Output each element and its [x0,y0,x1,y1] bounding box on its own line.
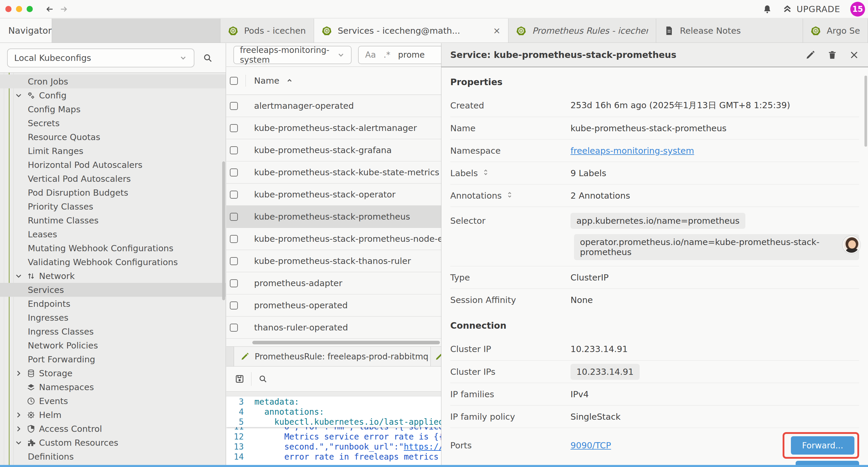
table-row-kube-prometheus-stack-prometheus-node-expor[interactable]: kube-prometheus-stack-prometheus-node-ex… [226,228,441,250]
close-icon[interactable] [849,50,859,60]
row-checkbox[interactable] [230,301,238,310]
notification-badge[interactable]: 15 [850,2,865,17]
namespace-select[interactable]: freeleaps-monitoring-system [234,46,351,64]
sidebar-item-validating-webhook-configurations[interactable]: Validating Webhook Configurations [0,255,226,269]
chevron-right-icon[interactable] [14,369,23,378]
chevron-down-icon[interactable] [14,91,23,100]
window-controls[interactable] [5,6,33,12]
table-row-kube-prometheus-stack-prometheus[interactable]: kube-prometheus-stack-prometheus [226,206,441,228]
close-tab-icon[interactable]: × [493,25,500,36]
sidebar-item-secrets[interactable]: Secrets [0,116,226,130]
sort-updown-icon[interactable] [482,168,490,178]
sort-updown-icon[interactable] [506,191,514,201]
sidebar-item-pod-disruption-budgets[interactable]: Pod Disruption Budgets [0,185,226,200]
sidebar-item-cron-jobs[interactable]: Cron Jobs [0,75,226,88]
table-row-kube-prometheus-stack-grafana[interactable]: kube-prometheus-stack-grafana [226,139,441,162]
table-row-thanos-ruler-operated[interactable]: thanos-ruler-operated [226,317,441,339]
tab-navigator[interactable]: Navigator [0,19,52,42]
row-checkbox[interactable] [230,324,238,332]
chevron-down-icon[interactable] [14,438,23,447]
sidebar-item-mutating-webhook-configurations[interactable]: Mutating Webhook Configurations [0,241,226,255]
editor-tab-prometheusrule[interactable]: PrometheusRule: freeleaps-prod-rabbitmq [234,347,431,366]
row-checkbox[interactable] [230,102,238,110]
row-checkbox[interactable] [230,169,238,176]
avatar[interactable] [843,236,860,254]
regex-toggle[interactable]: .* [383,50,390,60]
sidebar-item-network[interactable]: Network [0,269,226,283]
chevron-right-icon[interactable] [14,411,23,419]
name-column-header[interactable]: Name [254,76,279,86]
sidebar-item-priority-classes[interactable]: Priority Classes [0,200,226,213]
table-row-prometheus-adapter[interactable]: prometheus-adapter [226,272,441,294]
match-case-toggle[interactable]: Aa [365,50,376,60]
row-checkbox[interactable] [230,191,238,199]
table-row-alertmanager-operated[interactable]: alertmanager-operated [226,95,441,117]
sidebar-item-helm[interactable]: Helm [0,408,226,422]
sidebar-item-custom-resources[interactable]: Custom Resources [0,436,226,449]
sidebar-item-endpoints[interactable]: Endpoints [0,297,226,311]
tab-pods-icecheng-mathmas[interactable]: Pods - icecheng@mathmas... [220,19,314,42]
row-checkbox[interactable] [230,235,238,243]
sidebar-item-services[interactable]: Services [0,283,226,297]
sidebar-item-port-forwarding[interactable]: Port Forwarding [0,352,226,366]
chevron-down-icon[interactable] [14,272,23,281]
port-link-9090-tcp[interactable]: 9090/TCP [570,440,611,450]
code-link[interactable]: https://net [404,442,441,451]
search-icon[interactable] [203,53,213,63]
kubeconfig-select[interactable]: Local Kubeconfigs [7,49,194,67]
sidebar-item-ingresses[interactable]: Ingresses [0,311,226,324]
upgrade-button[interactable]: UPGRADE [782,4,840,14]
row-checkbox[interactable] [230,257,238,265]
sidebar-item-config-maps[interactable]: Config Maps [0,102,226,116]
sidebar-item-vertical-pod-autoscalers[interactable]: Vertical Pod Autoscalers [0,172,226,185]
tab-prometheus-rules-icecheng[interactable]: Prometheus Rules - icecheng... [508,19,656,42]
namespace-link[interactable]: freeleaps-monitoring-system [570,146,694,156]
sidebar-item-namespaces[interactable]: Namespaces [0,380,226,394]
detail-scrollbar[interactable] [864,76,867,147]
row-checkbox[interactable] [230,146,238,154]
row-checkbox[interactable] [230,213,238,221]
forward-button[interactable]: Forward... [791,436,855,455]
close-window-button[interactable] [5,6,11,12]
sidebar-item-runtime-classes[interactable]: Runtime Classes [0,213,226,227]
hscroll-thumb[interactable] [252,341,440,344]
table-row-kube-prometheus-stack-alertmanager[interactable]: kube-prometheus-stack-alertmanager [226,117,441,139]
table-row-kube-prometheus-stack-thanos-ruler[interactable]: kube-prometheus-stack-thanos-ruler [226,250,441,272]
edit-icon[interactable] [805,50,815,60]
save-icon[interactable] [235,374,245,384]
minimize-window-button[interactable] [16,6,22,12]
maximize-window-button[interactable] [27,6,33,12]
bell-icon[interactable] [762,4,772,14]
sidebar-item-horizontal-pod-autoscalers[interactable]: Horizontal Pod Autoscalers [0,158,226,172]
chevron-right-icon[interactable] [14,425,23,433]
sidebar-item-network-policies[interactable]: Network Policies [0,339,226,352]
sidebar-item-limit-ranges[interactable]: Limit Ranges [0,144,226,158]
forward-icon[interactable] [59,5,68,13]
delete-icon[interactable] [827,50,837,60]
table-row-prometheus-operated[interactable]: prometheus-operated [226,294,441,317]
table-row-kube-prometheus-stack-operator[interactable]: kube-prometheus-stack-operator [226,183,441,206]
yaml-editor[interactable]: 3metadata:4 annotations:5 kubectl.kubern… [226,396,441,467]
sidebar-item-definitions[interactable]: Definitions [0,449,226,463]
tab-release-notes[interactable]: Release Notes [656,19,803,42]
sidebar-scrollbar[interactable] [222,162,225,300]
clock-icon [27,397,35,406]
editor-tab-next[interactable] [431,347,441,366]
sidebar-item-leases[interactable]: Leases [0,227,226,241]
sidebar-item-resource-quotas[interactable]: Resource Quotas [0,130,226,144]
tab-argo-se[interactable]: Argo Se [803,19,868,42]
back-icon[interactable] [45,5,54,13]
row-checkbox[interactable] [230,279,238,287]
sidebar-item-ingress-classes[interactable]: Ingress Classes [0,324,226,339]
sidebar-item-config[interactable]: Config [0,88,226,102]
sidebar-item-storage[interactable]: Storage [0,366,226,380]
sort-asc-icon[interactable] [285,77,294,85]
sidebar-item-events[interactable]: Events [0,394,226,408]
row-checkbox[interactable] [230,124,238,132]
editor-search-icon[interactable] [258,374,268,384]
sidebar-item-access-control[interactable]: Access Control [0,422,226,436]
select-all-checkbox[interactable] [230,77,238,85]
tab-services-icecheng-math[interactable]: Services - icecheng@math...× [314,19,508,42]
filter-input[interactable]: Aa .* prome [358,46,441,64]
table-row-kube-prometheus-stack-kube-state-metrics[interactable]: kube-prometheus-stack-kube-state-metrics [226,162,441,183]
